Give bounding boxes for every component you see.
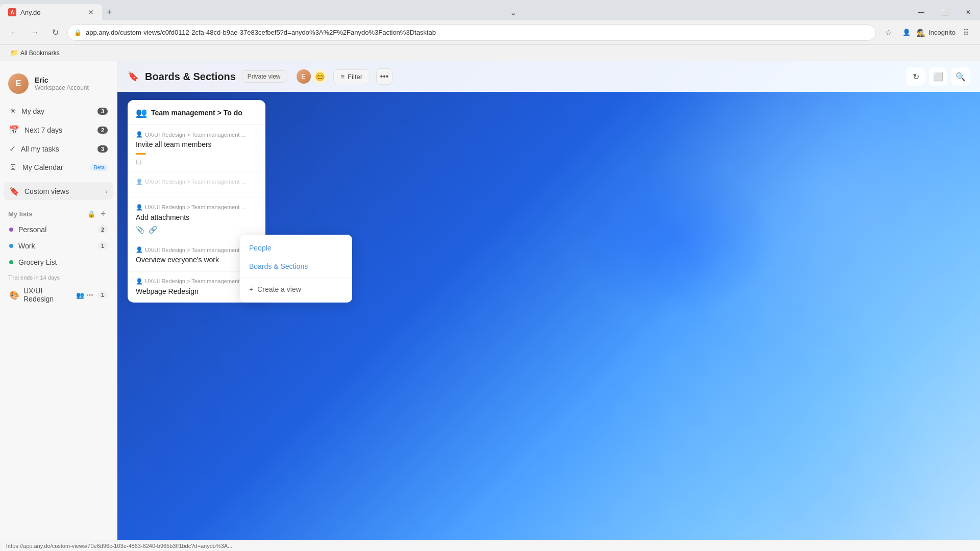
task-icon-row: ⊟ (136, 158, 257, 166)
create-view-plus-icon: + (249, 285, 253, 293)
task-link-icon: 🔗 (149, 226, 157, 234)
minimize-button[interactable]: — (910, 2, 933, 22)
grocery-label: Grocery List (18, 258, 57, 266)
project-icon: 🎨 (9, 290, 19, 300)
task-breadcrumb-icon: 👤 (136, 246, 143, 253)
page-title: Boards & Sections (145, 71, 236, 83)
my-day-badge: 3 (97, 108, 108, 115)
task-item[interactable]: 👤 UX/UI Redesign > Team management ... (128, 172, 265, 198)
task-breadcrumb-icon: 👤 (136, 278, 143, 285)
dropdown-item-boards-sections[interactable]: Boards & Sections (240, 257, 352, 276)
board-header-title: Team management > To do (151, 109, 242, 117)
header-avatar-1[interactable]: E (297, 69, 311, 84)
lists-container: Personal 2 Work 1 Grocery List (0, 221, 117, 270)
lock-icon: 🔒 (74, 29, 82, 36)
project-item-uxui[interactable]: 🎨 UX/UI Redesign 👥 ••• 1 (4, 283, 113, 307)
list-item-work[interactable]: Work 1 (4, 238, 113, 254)
sidebar-item-custom-views[interactable]: 🔖 Custom views › (4, 182, 113, 200)
browser-chrome: A Any.do ✕ + ⌄ — ⬜ ✕ ← → ↻ 🔒 app.any.do/… (0, 0, 980, 61)
header-overlay: 🔖 Boards & Sections Private view E 😊 ≡ F… (117, 61, 980, 92)
tab-overflow-button[interactable]: ⌄ (506, 8, 521, 17)
list-item-personal[interactable]: Personal 2 (4, 221, 113, 238)
task-breadcrumb: 👤 UX/UI Redesign > Team management ... (136, 246, 257, 253)
sidebar-profile[interactable]: E Eric Workspace Account (0, 67, 117, 102)
all-tasks-badge: 3 (97, 145, 108, 153)
next-7-days-label: Next 7 days (24, 126, 92, 134)
task-breadcrumb-icon: 👤 (136, 179, 143, 185)
work-badge: 1 (97, 242, 108, 249)
task-item[interactable]: 👤 UX/UI Redesign > Team management ... A… (128, 198, 265, 241)
private-view-badge[interactable]: Private view (242, 70, 286, 83)
refresh-view-button[interactable]: ↻ (906, 67, 925, 86)
my-lists-title: My lists (8, 210, 87, 218)
bookmark-star-button[interactable]: ☆ (880, 24, 896, 41)
search-button[interactable]: 🔍 (951, 67, 970, 86)
header-avatar-2[interactable]: 😊 (313, 69, 327, 84)
task-title: Overview everyone's work (136, 255, 257, 265)
bookmarks-bar: 📁 All Bookmarks (0, 45, 980, 61)
task-breadcrumb-icon: 👤 (136, 131, 143, 138)
dropdown-divider (240, 278, 352, 278)
custom-views-label: Custom views (24, 187, 100, 195)
sidebar-item-calendar[interactable]: 🗓 My Calendar Beta (4, 159, 113, 176)
create-view-label: Create a view (257, 285, 301, 293)
close-button[interactable]: ✕ (957, 2, 980, 22)
task-title: Invite all team members (136, 140, 257, 150)
task-subtask-icon: ⊟ (136, 158, 142, 166)
project-name: UX/UI Redesign (23, 287, 72, 303)
close-tab-button[interactable]: ✕ (88, 8, 94, 16)
custom-views-icon: 🔖 (9, 186, 19, 196)
forward-button[interactable]: → (27, 24, 43, 41)
incognito-label: Incognito (928, 29, 955, 36)
dropdown-create-view[interactable]: + Create a view (240, 280, 352, 298)
task-breadcrumb: 👤 UX/UI Redesign > Team management ... (136, 131, 257, 138)
extensions-button[interactable]: ⠿ (958, 24, 974, 41)
personal-badge: 2 (97, 226, 108, 233)
tab-title: Any.do (20, 9, 41, 16)
new-tab-button[interactable]: + (102, 5, 116, 19)
bookmark-all[interactable]: 📁 All Bookmarks (6, 48, 64, 58)
project-actions: 👥 ••• (76, 291, 93, 299)
maximize-button[interactable]: ⬜ (933, 2, 957, 22)
dropdown-item-people[interactable]: People (240, 239, 352, 257)
board-header-icon: 👥 (136, 107, 147, 118)
back-button[interactable]: ← (6, 24, 22, 41)
profile-name: Eric (35, 76, 89, 84)
personal-dot (9, 228, 13, 232)
tab-favicon: A (8, 8, 16, 16)
add-list-button[interactable]: + (97, 208, 109, 219)
sidebar-item-my-day[interactable]: ☀ My day 3 (4, 102, 113, 120)
incognito-area: 🕵 Incognito (917, 24, 955, 41)
main-content: 🔖 Boards & Sections Private view E 😊 ≡ F… (117, 61, 980, 551)
sidebar-item-all-tasks[interactable]: ✓ All my tasks 3 (4, 140, 113, 158)
status-url: https://app.any.do/custom-views/70e6d96c… (6, 543, 232, 549)
trial-text: Trial ends in 14 days (8, 274, 60, 281)
view-toggle-button[interactable]: ⬜ (929, 67, 947, 86)
avatar: E (8, 73, 29, 94)
filter-icon: ≡ (341, 73, 345, 81)
more-options-button[interactable]: ••• (376, 68, 393, 85)
refresh-button[interactable]: ↻ (47, 24, 63, 41)
task-breadcrumb-text: UX/UI Redesign > Team management ... (145, 278, 246, 284)
list-item-grocery[interactable]: Grocery List (4, 254, 113, 270)
project-people-icon: 👥 (76, 291, 84, 299)
task-item[interactable]: 👤 UX/UI Redesign > Team management ... I… (128, 125, 265, 172)
profile-button[interactable]: 👤 (898, 24, 915, 41)
task-breadcrumb: 👤 UX/UI Redesign > Team management ... (136, 278, 257, 285)
status-bar: https://app.any.do/custom-views/70e6d96c… (0, 540, 980, 551)
task-attachment-icon: 📎 (136, 226, 144, 234)
project-more-icon: ••• (86, 291, 93, 299)
main-header: 🔖 Boards & Sections Private view E 😊 ≡ F… (117, 61, 980, 92)
filter-button[interactable]: ≡ Filter (333, 69, 370, 84)
lists-lock-icon: 🔒 (87, 210, 95, 218)
incognito-icon: 🕵 (917, 29, 925, 37)
address-bar[interactable]: 🔒 app.any.do/custom-views/c0fd0112-2cfa-… (67, 24, 876, 41)
sidebar-item-next-7-days[interactable]: 📅 Next 7 days 2 (4, 121, 113, 139)
next-7-days-icon: 📅 (9, 125, 19, 135)
custom-views-arrow-icon: › (105, 187, 108, 195)
active-tab[interactable]: A Any.do ✕ (0, 4, 102, 20)
calendar-label: My Calendar (22, 163, 85, 171)
url-text: app.any.do/custom-views/c0fd0112-2cfa-48… (86, 29, 436, 36)
project-badge: 1 (97, 291, 108, 298)
personal-label: Personal (18, 226, 46, 234)
